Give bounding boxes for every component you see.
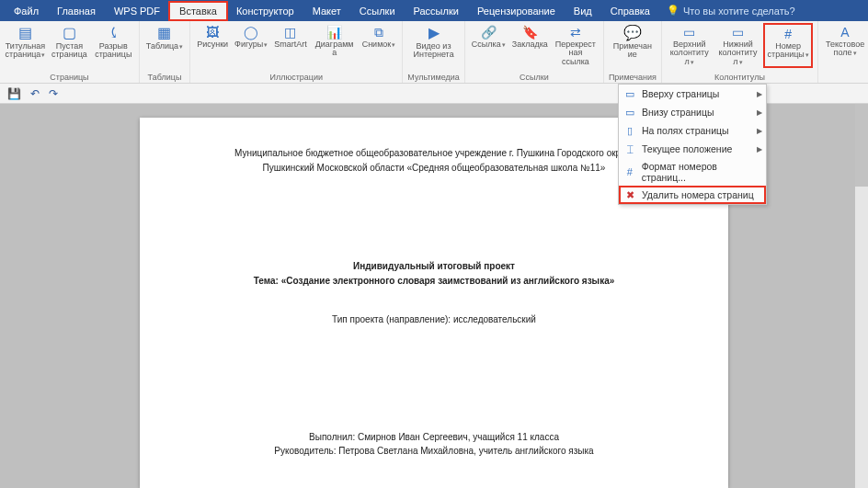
tell-me-search[interactable]: 💡Что вы хотите сделать? — [667, 5, 795, 17]
tab-layout[interactable]: Макет — [303, 3, 350, 19]
tab-help[interactable]: Справка — [601, 3, 659, 19]
group-label-pages: Страницы — [50, 73, 88, 82]
textbox-icon: A — [838, 25, 852, 40]
ribbon: ▤Титульная страница ▢Пустая страница ⤹Ра… — [0, 21, 868, 84]
tab-insert[interactable]: Вставка — [168, 1, 228, 21]
group-headerfooter: ▭Верхний колонтитул ▭Нижний колонтитул #… — [662, 21, 818, 83]
doc-header-line1: Муниципальное бюджетное общеобразователь… — [186, 147, 682, 160]
vertical-scrollbar[interactable] — [855, 104, 868, 488]
blank-page-icon: ▢ — [60, 25, 78, 41]
menu-page-margins[interactable]: ▯На полях страницы▶ — [619, 121, 766, 140]
pictures-button[interactable]: 🖼Рисунки — [195, 23, 230, 60]
doc-topic: Тема: «Создание электронного словаря заи… — [186, 275, 682, 288]
undo-button[interactable]: ↶ — [30, 87, 40, 100]
tab-mailings[interactable]: Рассылки — [405, 3, 468, 19]
group-label-tables: Таблицы — [148, 73, 182, 82]
chevron-right-icon: ▶ — [757, 145, 762, 153]
tab-references[interactable]: Ссылки — [350, 3, 405, 19]
comment-icon: 💬 — [623, 25, 642, 41]
table-icon: ▦ — [155, 25, 174, 41]
menu-current-position[interactable]: ⌶Текущее положение▶ — [619, 140, 766, 158]
page-bottom-icon: ▭ — [622, 106, 637, 119]
redo-button[interactable]: ↷ — [49, 87, 58, 100]
doc-author: Выполнил: Смирнов Иван Сергеевич, учащий… — [186, 431, 682, 444]
doc-title: Индивидуальный итоговый проект — [186, 260, 682, 273]
scrollbar-thumb[interactable] — [855, 104, 868, 187]
tab-file[interactable]: Файл — [5, 3, 48, 19]
bookmark-button[interactable]: 🔖Закладка — [510, 23, 550, 68]
comment-button[interactable]: 💬Примечание — [610, 23, 656, 62]
header-icon: ▭ — [682, 25, 697, 40]
menu-remove-numbers[interactable]: ✖Удалить номера страниц — [619, 186, 766, 204]
video-icon: ▶ — [425, 25, 443, 41]
chart-icon: 📊 — [327, 25, 342, 40]
pictures-icon: 🖼 — [205, 25, 220, 40]
doc-supervisor: Руководитель: Петрова Светлана Михайловн… — [186, 445, 682, 458]
crossref-icon: ⇄ — [568, 25, 583, 40]
textbox-button[interactable]: AТекстовое поле — [823, 23, 867, 60]
tab-wps[interactable]: WPS PDF — [105, 3, 169, 19]
chevron-right-icon: ▶ — [757, 108, 762, 117]
link-button[interactable]: 🔗Ссылка — [470, 23, 508, 68]
page-top-icon: ▭ — [622, 87, 637, 100]
page-margins-icon: ▯ — [622, 124, 637, 137]
group-media: ▶Видео из Интернета Мультимедиа — [403, 21, 465, 83]
blank-page-button[interactable]: ▢Пустая страница — [49, 23, 90, 62]
footer-icon: ▭ — [730, 25, 745, 40]
link-icon: 🔗 — [481, 25, 496, 40]
menu-bottom-of-page[interactable]: ▭Внизу страницы▶ — [619, 103, 766, 121]
table-button[interactable]: ▦Таблица — [144, 23, 185, 52]
screenshot-icon: ⧉ — [371, 25, 386, 40]
tab-design[interactable]: Конструктор — [227, 3, 303, 19]
tab-bar: Файл Главная WPS PDF Вставка Конструктор… — [0, 0, 868, 21]
bookmark-icon: 🔖 — [522, 25, 537, 40]
shapes-icon: ◯ — [244, 25, 258, 40]
shapes-button[interactable]: ◯Фигуры — [233, 23, 269, 60]
group-label-media: Мультимедиа — [407, 73, 460, 82]
footer-button[interactable]: ▭Нижний колонтитул — [715, 23, 761, 68]
menu-format-numbers[interactable]: #Формат номеров страниц... — [619, 158, 766, 186]
tab-view[interactable]: Вид — [565, 3, 601, 19]
screenshot-button[interactable]: ⧉Снимок — [360, 23, 398, 60]
save-button[interactable]: 💾 — [7, 87, 21, 100]
group-comments: 💬Примечание Примечания — [604, 21, 662, 83]
smartart-icon: ◫ — [283, 25, 298, 40]
chart-button[interactable]: 📊Диаграмма — [312, 23, 358, 60]
bulb-icon: 💡 — [667, 5, 680, 17]
group-pages: ▤Титульная страница ▢Пустая страница ⤹Ра… — [0, 21, 140, 83]
group-illustrations: 🖼Рисунки ◯Фигуры ◫SmartArt 📊Диаграмма ⧉С… — [190, 21, 403, 83]
page-number-icon: # — [781, 27, 795, 41]
group-label-links: Ссылки — [520, 73, 549, 82]
crossref-button[interactable]: ⇄Перекрестная ссылка — [553, 23, 599, 68]
group-links: 🔗Ссылка 🔖Закладка ⇄Перекрестная ссылка С… — [465, 21, 604, 83]
page-number-menu: ▭Вверху страницы▶ ▭Внизу страницы▶ ▯На п… — [618, 84, 767, 205]
tab-review[interactable]: Рецензирование — [468, 3, 565, 19]
smartart-button[interactable]: ◫SmartArt — [272, 23, 309, 60]
page-number-button[interactable]: #Номер страницы — [763, 23, 813, 68]
remove-icon: ✖ — [622, 188, 637, 201]
current-pos-icon: ⌶ — [622, 142, 637, 155]
page-break-icon: ⤹ — [104, 25, 122, 41]
group-label-headfoot: Колонтитулы — [714, 73, 765, 82]
menu-top-of-page[interactable]: ▭Вверху страницы▶ — [619, 85, 766, 103]
page-break-button[interactable]: ⤹Разрыв страницы — [93, 23, 134, 62]
group-label-comments: Примечания — [609, 73, 657, 82]
doc-header-line2: Пушкинский Московской области «Средняя о… — [186, 162, 682, 175]
group-text: AТекстовое поле ▣Экспресс-блоки 𝐀WordArt… — [818, 21, 868, 83]
cover-page-button[interactable]: ▤Титульная страница — [5, 23, 46, 62]
header-button[interactable]: ▭Верхний колонтитул — [667, 23, 713, 68]
online-video-button[interactable]: ▶Видео из Интернета — [411, 23, 457, 62]
format-icon: # — [622, 165, 637, 178]
group-label-illus: Иллюстрации — [269, 73, 323, 82]
chevron-right-icon: ▶ — [757, 90, 762, 98]
doc-type: Тип проекта (направление): исследователь… — [186, 313, 682, 326]
cover-page-icon: ▤ — [16, 25, 34, 41]
group-tables: ▦Таблица Таблицы — [140, 21, 190, 83]
tab-home[interactable]: Главная — [48, 3, 105, 19]
chevron-right-icon: ▶ — [757, 127, 762, 135]
